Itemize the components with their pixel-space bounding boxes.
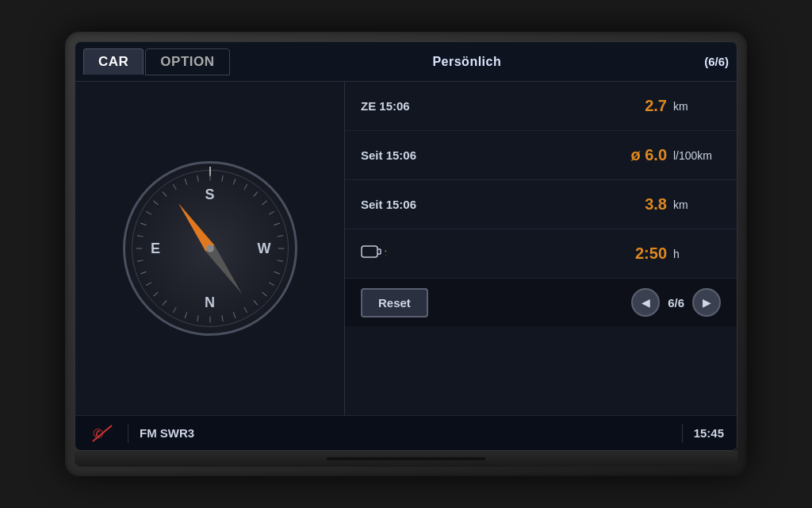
main-content-area: N S E W ZE 15:06 2.7 km bbox=[75, 82, 737, 415]
screen-title: Persönlich bbox=[230, 55, 705, 69]
reset-button[interactable]: Reset bbox=[361, 288, 428, 318]
compass-label-north: N bbox=[205, 294, 215, 311]
nav-prev-button[interactable]: ◀ bbox=[631, 288, 660, 317]
phone-muted-icon-svg: ✆ bbox=[91, 422, 113, 444]
svg-rect-39 bbox=[362, 246, 377, 257]
display-screen: CAR OPTION Persönlich (6/6) bbox=[75, 41, 737, 451]
chevron-right-icon: ▶ bbox=[703, 296, 711, 309]
status-divider-1 bbox=[128, 424, 128, 443]
radio-status: FM SWR3 bbox=[140, 426, 682, 440]
hardware-slot bbox=[327, 457, 485, 460]
charging-row: ⚡ 2:50 h bbox=[345, 229, 737, 279]
data-label-2: Seit 15:06 bbox=[361, 148, 619, 162]
data-unit-3: km bbox=[673, 198, 721, 211]
svg-text:⚡: ⚡ bbox=[383, 244, 386, 256]
tab-car[interactable]: CAR bbox=[83, 48, 144, 75]
charging-value: 2:50 bbox=[619, 244, 667, 263]
charging-unit: h bbox=[673, 248, 721, 260]
compass-dial: N S E W bbox=[123, 161, 297, 336]
clock-display: 15:45 bbox=[694, 426, 724, 440]
data-value-1: 2.7 bbox=[619, 97, 667, 115]
pagination-indicator: (6/6) bbox=[704, 55, 729, 68]
data-row-2: Seit 15:06 ø 6.0 l/100km bbox=[345, 131, 737, 180]
phone-status-icon: ✆ bbox=[88, 422, 117, 444]
data-unit-2: l/100km bbox=[673, 149, 721, 162]
chevron-left-icon: ◀ bbox=[642, 296, 650, 309]
compass-label-west: W bbox=[257, 241, 270, 257]
compass-section: N S E W bbox=[75, 82, 345, 415]
hardware-bottom-bar bbox=[75, 451, 737, 467]
data-row-3: Seit 15:06 3.8 km bbox=[345, 180, 737, 229]
nav-next-button[interactable]: ▶ bbox=[692, 288, 721, 317]
data-label-1: ZE 15:06 bbox=[361, 99, 619, 113]
header-bar: CAR OPTION Persönlich (6/6) bbox=[75, 42, 737, 82]
trip-data-section: ZE 15:06 2.7 km Seit 15:06 ø 6.0 l/100km… bbox=[345, 82, 737, 415]
compass-label-south: S bbox=[205, 186, 214, 202]
controls-row: Reset ◀ 6/6 ▶ bbox=[345, 279, 737, 326]
status-bar: ✆ FM SWR3 15:45 bbox=[75, 415, 737, 450]
compass-widget: N S E W bbox=[123, 161, 297, 336]
status-divider-2 bbox=[682, 424, 683, 443]
car-infotainment-unit: CAR OPTION Persönlich (6/6) bbox=[65, 32, 747, 476]
data-row-1: ZE 15:06 2.7 km bbox=[345, 82, 737, 131]
nav-page-indicator: 6/6 bbox=[668, 296, 684, 310]
compass-cardinal-labels: N S E W bbox=[125, 164, 295, 333]
compass-label-east: E bbox=[151, 241, 160, 257]
data-unit-1: km bbox=[673, 100, 721, 113]
data-label-3: Seit 15:06 bbox=[361, 198, 619, 211]
tab-option[interactable]: OPTION bbox=[145, 48, 229, 75]
data-value-3: 3.8 bbox=[619, 195, 667, 214]
charging-icon: ⚡ bbox=[361, 243, 619, 264]
nav-controls: ◀ 6/6 ▶ bbox=[631, 288, 721, 317]
plug-icon-svg: ⚡ bbox=[361, 243, 386, 260]
data-value-2: ø 6.0 bbox=[619, 146, 667, 164]
